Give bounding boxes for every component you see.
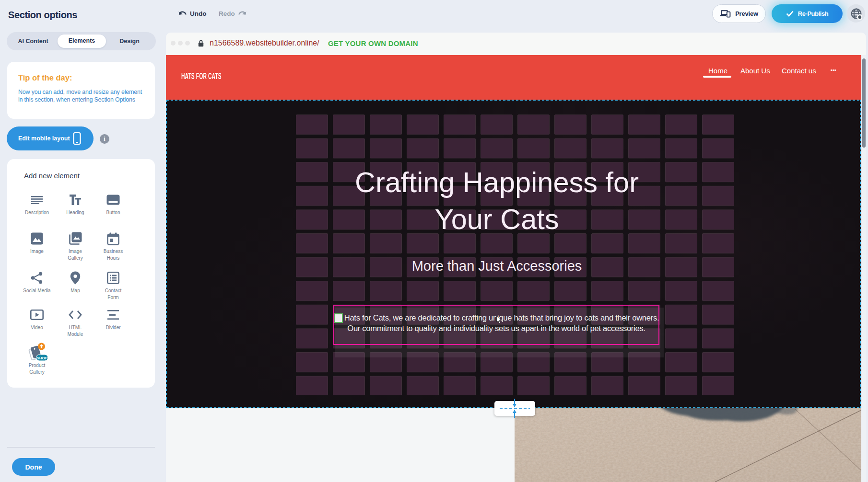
svg-text:SHOP: SHOP bbox=[36, 356, 47, 360]
